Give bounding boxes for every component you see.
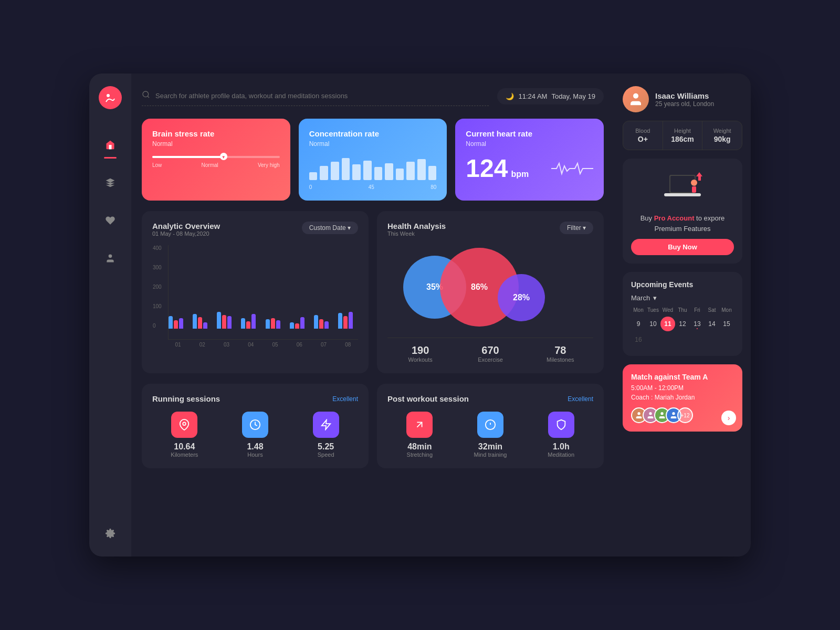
search-input[interactable] — [155, 92, 489, 100]
chart-bar — [179, 318, 183, 329]
conc-bar — [331, 162, 339, 180]
workout-title: Post workout session — [387, 394, 469, 403]
stat-exercise: 670 Excercise — [457, 344, 523, 363]
health-title: Health Analysis — [387, 222, 446, 230]
chart-bar — [271, 318, 275, 329]
bar-chart: 4003002001000 — [168, 245, 358, 340]
speed-value: 5.25 — [293, 442, 358, 452]
meditation-label: Meditation — [529, 452, 593, 458]
conc-status: Normal — [309, 140, 437, 148]
cal-day-14[interactable]: 14 — [705, 317, 719, 331]
month-select[interactable]: March ▾ — [631, 294, 734, 302]
chart-x-label: 06 — [289, 342, 309, 348]
svg-point-19 — [660, 412, 663, 415]
events-section: Upcoming Events March ▾ Mon Tues Wed Thu… — [623, 272, 742, 356]
match-next-button[interactable]: › — [721, 411, 736, 425]
mind-training-label: Mind training — [458, 452, 523, 458]
sidebar-item-charts[interactable] — [100, 172, 121, 193]
cal-day-16[interactable]: 16 — [631, 332, 646, 347]
venn-circle-purple: 28% — [498, 274, 545, 321]
analytics-card: Analytic Overview 01 May - 08 May,2020 C… — [142, 211, 369, 373]
chart-bar — [324, 321, 329, 329]
svg-point-20 — [672, 412, 675, 415]
svg-point-18 — [649, 412, 652, 415]
kilometers-label: Kilometers — [152, 452, 217, 458]
cal-day-15[interactable]: 15 — [719, 317, 734, 331]
profile-stats-grid: Blood O+ Height 186cm Weight 90kg — [623, 121, 742, 150]
stat-blood: Blood O+ — [623, 121, 663, 150]
health-stats: 190 Workouts 670 Excercise 78 Milestones — [387, 338, 593, 363]
conc-bar — [374, 167, 383, 180]
analytics-date: 01 May - 08 May,2020 — [152, 230, 220, 237]
chart-bar — [349, 312, 353, 329]
profile-details: 25 years old, London — [655, 100, 714, 108]
logo[interactable] — [99, 86, 122, 109]
chart-bar — [203, 322, 207, 329]
sidebar-bottom — [100, 523, 121, 544]
stat-workouts: 190 Workouts — [387, 344, 453, 363]
cal-day-10[interactable]: 10 — [646, 317, 660, 331]
health-period: This Week — [387, 230, 446, 237]
stat-hours: 1.48 Hours — [223, 412, 288, 458]
chart-bar — [319, 319, 323, 329]
brain-stress-card: Brain stress rate Normal Low Normal Very… — [142, 119, 290, 201]
chart-x-labels: 0102030405060708 — [168, 342, 358, 348]
health-card: Health Analysis This Week Filter ▾ 35% 8… — [377, 211, 604, 373]
stat-kilometers: 10.64 Kilometers — [152, 412, 217, 458]
avatar-more-count: +12 — [677, 407, 693, 423]
workout-stats: 48min Stretching 32min Mind training — [387, 412, 593, 458]
sidebar — [89, 74, 131, 556]
header: 🌙 11:24 AM Today, May 19 — [142, 86, 604, 106]
cal-day-13[interactable]: 13 — [690, 317, 705, 331]
cal-day-9[interactable]: 9 — [631, 317, 646, 331]
date: Today, May 19 — [551, 92, 595, 100]
brain-title: Brain stress rate — [152, 129, 280, 138]
sidebar-item-settings[interactable] — [100, 523, 121, 544]
label-normal: Normal — [202, 162, 218, 168]
label-high: Very high — [258, 162, 280, 168]
buy-now-button[interactable]: Buy Now — [631, 239, 734, 255]
svg-rect-10 — [664, 193, 701, 196]
kilometers-value: 10.64 — [152, 442, 217, 452]
blood-value: O+ — [627, 135, 658, 143]
conc-title: Concentration rate — [309, 129, 437, 138]
slider-fill — [152, 156, 222, 158]
events-title: Upcoming Events — [631, 280, 734, 289]
chart-x-label: 02 — [192, 342, 212, 348]
svg-point-4 — [183, 422, 186, 425]
cal-day-11[interactable]: 11 — [660, 317, 675, 331]
health-filter-button[interactable]: Filter ▾ — [560, 222, 593, 234]
chart-bar — [251, 314, 256, 329]
running-title: Running sessions — [152, 394, 220, 403]
svg-rect-12 — [670, 176, 695, 192]
concentration-card: Concentration rate Normal 0 45 80 — [299, 119, 447, 201]
health-header: Health Analysis This Week Filter ▾ — [387, 222, 593, 237]
right-panel: Isaac Williams 25 years old, London Bloo… — [614, 74, 751, 556]
conc-bar — [352, 164, 361, 180]
month-chevron-icon: ▾ — [653, 294, 657, 302]
analytics-title-group: Analytic Overview 01 May - 08 May,2020 — [152, 222, 220, 243]
chart-bar — [193, 314, 197, 329]
bar-group — [314, 315, 334, 329]
svg-point-9 — [633, 93, 638, 99]
meditation-value: 1.0h — [529, 442, 593, 452]
running-badge: Excellent — [332, 395, 358, 403]
running-card: Running sessions Excellent 10.64 Kilomet… — [142, 384, 369, 468]
chart-bar — [198, 317, 202, 329]
profile-info-group: Isaac Williams 25 years old, London — [655, 91, 714, 108]
custom-date-button[interactable]: Custom Date ▾ — [302, 222, 358, 234]
sidebar-item-home[interactable] — [100, 134, 121, 155]
sidebar-item-profile[interactable] — [100, 248, 121, 269]
sidebar-item-health[interactable] — [100, 210, 121, 231]
sidebar-nav — [100, 134, 121, 506]
bar-group — [290, 317, 310, 329]
stat-stretching: 48min Stretching — [387, 412, 452, 458]
slider-labels: Low Normal Very high — [152, 162, 280, 168]
speed-label: Speed — [293, 452, 358, 458]
weight-value: 90kg — [707, 135, 738, 143]
match-time: 5:00AM - 12:00PM — [631, 384, 734, 392]
conc-bar — [428, 166, 437, 181]
cal-day-12[interactable]: 12 — [675, 317, 690, 331]
chart-bar — [295, 323, 299, 329]
stat-weight: Weight 90kg — [702, 121, 742, 150]
